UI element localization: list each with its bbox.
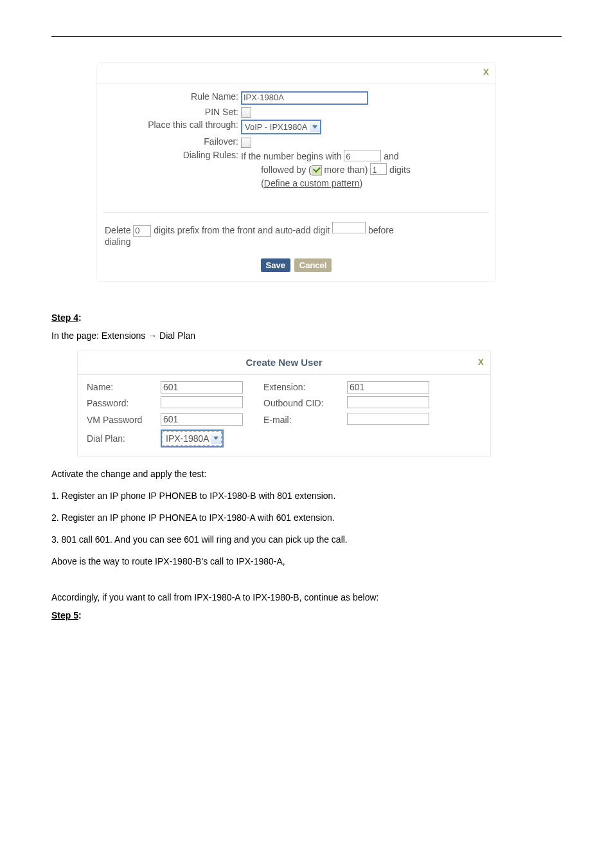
after-l3: 2. Register an IP phone IP PHONEA to IPX… bbox=[51, 509, 562, 527]
pin-set-checkbox[interactable] bbox=[241, 107, 251, 118]
dr-text-a: If the number begins with bbox=[241, 151, 341, 161]
step4-line: In the page: Extensions → Dial Plan bbox=[51, 327, 562, 345]
email-input[interactable] bbox=[347, 413, 429, 425]
follow-digits-input[interactable]: 1 bbox=[370, 163, 387, 175]
dialing-text: dialing bbox=[105, 237, 130, 247]
step5-heading: Step 5 bbox=[51, 610, 78, 620]
after-l2: 1. Register an IP phone IP PHONEB to IPX… bbox=[51, 487, 562, 505]
delete-label: Delete bbox=[105, 225, 130, 235]
calling-rule-dialog: X Rule Name: IPX-1980A PIN Set: Place th… bbox=[96, 62, 496, 282]
rule-name-input[interactable]: IPX-1980A bbox=[241, 91, 368, 105]
step5-colon: : bbox=[78, 610, 82, 620]
place-through-select[interactable]: VoIP - IPX1980A bbox=[241, 120, 321, 134]
after-l4: 3. 801 call 601. And you can see 601 wil… bbox=[51, 530, 562, 548]
after-l1: Activate the change and apply the test: bbox=[51, 465, 562, 483]
outbound-cid-input[interactable] bbox=[347, 396, 429, 408]
dialing-rules-label: Dialing Rules: bbox=[103, 150, 241, 160]
chevron-down-icon bbox=[211, 433, 221, 444]
dialog2-title: Create New User bbox=[245, 357, 322, 368]
top-rule bbox=[51, 36, 562, 37]
place-through-value: VoIP - IPX1980A bbox=[245, 122, 307, 132]
extension-label: Extension: bbox=[263, 382, 347, 392]
chevron-down-icon bbox=[310, 122, 320, 132]
delete-mid-text: digits prefix from the front and auto-ad… bbox=[154, 225, 330, 235]
dial-plan-label: Dial Plan: bbox=[87, 433, 161, 444]
dr-text-d: more than) bbox=[324, 165, 368, 175]
extension-input[interactable]: 601 bbox=[347, 381, 429, 393]
failover-checkbox[interactable] bbox=[241, 138, 251, 148]
outbound-cid-label: Outbound CID: bbox=[263, 398, 347, 408]
begins-with-input[interactable]: 6 bbox=[344, 150, 381, 161]
auto-add-digit-input[interactable] bbox=[332, 222, 366, 233]
dial-plan-select[interactable]: IPX-1980A bbox=[163, 431, 222, 446]
failover-label: Failover: bbox=[103, 136, 241, 147]
dialog2-header: Create New User X bbox=[78, 350, 490, 375]
dr-text-c-l: followed by ( bbox=[261, 165, 312, 175]
password-label: Password: bbox=[87, 398, 161, 408]
dr-text-b: and bbox=[384, 151, 398, 161]
place-through-label: Place this call through: bbox=[103, 120, 241, 130]
pin-set-label: PIN Set: bbox=[103, 107, 241, 117]
after-l6: Accordingly, if you want to call from IP… bbox=[51, 588, 562, 606]
create-user-dialog: Create New User X Name: 601 Extension: 6… bbox=[77, 350, 491, 457]
vm-password-input[interactable]: 601 bbox=[161, 413, 243, 426]
close-icon[interactable]: X bbox=[478, 357, 484, 367]
dial-plan-value: IPX-1980A bbox=[166, 433, 209, 444]
password-input[interactable] bbox=[161, 396, 243, 408]
delete-digits-input[interactable]: 0 bbox=[133, 225, 151, 237]
save-button[interactable]: Save bbox=[261, 258, 290, 272]
vm-password-label: VM Password bbox=[87, 415, 161, 425]
before-text: before bbox=[368, 225, 394, 235]
name-label: Name: bbox=[87, 382, 161, 392]
dialog1-header: X bbox=[97, 63, 495, 84]
dialog1-separator bbox=[103, 212, 489, 213]
dr-text-e: digits bbox=[389, 165, 411, 175]
name-input[interactable]: 601 bbox=[161, 381, 243, 393]
cancel-button[interactable]: Cancel bbox=[294, 258, 332, 272]
step4-colon: : bbox=[78, 312, 82, 323]
pattern-wrap-r: ) bbox=[359, 178, 362, 188]
email-label: E-mail: bbox=[263, 415, 347, 425]
rule-name-label: Rule Name: bbox=[103, 91, 241, 102]
close-icon[interactable]: X bbox=[483, 67, 489, 77]
more-than-checkbox[interactable] bbox=[312, 165, 322, 176]
after-l5: Above is the way to route IPX-1980-B's c… bbox=[51, 552, 562, 570]
step4-heading: Step 4 bbox=[51, 312, 78, 323]
define-pattern-link[interactable]: Define a custom pattern bbox=[264, 178, 360, 188]
